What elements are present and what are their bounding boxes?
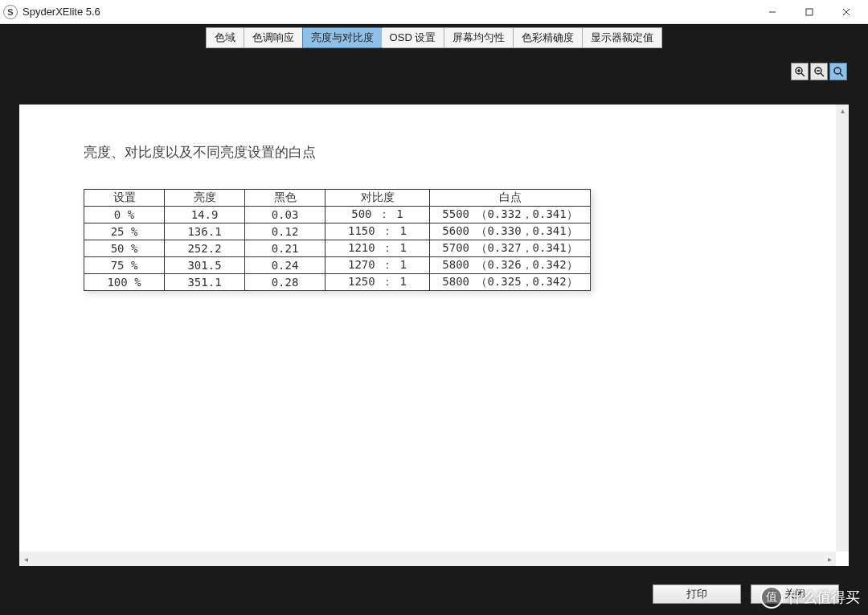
col-black: 黑色 [245, 190, 326, 207]
table-row: 25 % 136.1 0.12 1150 ： 1 5600 （0.330，0.3… [84, 223, 591, 240]
cell-black: 0.03 [245, 207, 326, 223]
page-title: 亮度、对比度以及不同亮度设置的白点 [84, 143, 849, 162]
cell-contrast: 500 ： 1 [326, 207, 430, 223]
scroll-left-icon[interactable]: ◂ [19, 551, 32, 566]
svg-line-12 [840, 73, 843, 76]
vertical-scrollbar[interactable]: ▴ [836, 105, 849, 551]
svg-line-9 [821, 73, 824, 76]
cell-whitepoint: 5800 （0.326，0.342） [430, 257, 591, 274]
cell-setting: 100 % [84, 274, 165, 291]
zoom-in-icon[interactable] [791, 63, 809, 80]
minimize-button[interactable] [754, 0, 791, 24]
tab-osd[interactable]: OSD 设置 [382, 28, 445, 47]
tab-bar: 色域 色调响应 亮度与对比度 OSD 设置 屏幕均匀性 色彩精确度 显示器额定值 [206, 27, 663, 48]
cell-whitepoint: 5500 （0.332，0.341） [430, 207, 591, 223]
brightness-table: 设置 亮度 黑色 对比度 白点 0 % 14.9 0.03 500 ： 1 55… [84, 189, 591, 291]
cell-brightness: 14.9 [165, 207, 245, 223]
window-title: SpyderXElite 5.6 [23, 6, 100, 18]
print-button[interactable]: 打印 [653, 584, 741, 604]
col-contrast: 对比度 [326, 190, 430, 207]
table-row: 0 % 14.9 0.03 500 ： 1 5500 （0.332，0.341） [84, 207, 591, 223]
scroll-up-icon[interactable]: ▴ [836, 105, 849, 116]
watermark: 值 什么值得买 [760, 586, 860, 609]
scroll-right-icon[interactable]: ▸ [823, 551, 836, 566]
table-row: 75 % 301.5 0.24 1270 ： 1 5800 （0.326，0.3… [84, 257, 591, 274]
tab-accuracy[interactable]: 色彩精确度 [514, 28, 583, 47]
svg-rect-1 [806, 9, 813, 15]
maximize-button[interactable] [791, 0, 828, 24]
tab-tone[interactable]: 色调响应 [244, 28, 303, 47]
zoom-toolbar [791, 63, 847, 80]
titlebar: S SpyderXElite 5.6 [0, 0, 868, 24]
cell-whitepoint: 5600 （0.330，0.341） [430, 223, 591, 240]
cell-black: 0.21 [245, 240, 326, 257]
cell-setting: 0 % [84, 207, 165, 223]
report-viewport: 亮度、对比度以及不同亮度设置的白点 设置 亮度 黑色 对比度 白点 0 % 14… [19, 105, 849, 566]
svg-line-5 [801, 73, 805, 76]
col-brightness: 亮度 [165, 190, 245, 207]
tab-brightness[interactable]: 亮度与对比度 [302, 27, 383, 48]
tab-rating[interactable]: 显示器额定值 [583, 28, 661, 47]
cell-setting: 50 % [84, 240, 165, 257]
col-setting: 设置 [84, 190, 165, 207]
tab-gamut[interactable]: 色域 [207, 28, 244, 47]
cell-black: 0.12 [245, 223, 326, 240]
close-button[interactable] [828, 0, 865, 24]
zoom-out-icon[interactable] [810, 63, 828, 80]
cell-brightness: 301.5 [165, 257, 245, 274]
table-row: 100 % 351.1 0.28 1250 ： 1 5800 （0.325，0.… [84, 274, 591, 291]
cell-brightness: 136.1 [165, 223, 245, 240]
cell-brightness: 252.2 [165, 240, 245, 257]
cell-contrast: 1210 ： 1 [326, 240, 430, 257]
app-icon: S [3, 5, 18, 19]
cell-black: 0.24 [245, 257, 326, 274]
cell-black: 0.28 [245, 274, 326, 291]
cell-whitepoint: 5800 （0.325，0.342） [430, 274, 591, 291]
horizontal-scrollbar[interactable]: ◂ ▸ [19, 551, 836, 566]
table-row: 50 % 252.2 0.21 1210 ： 1 5700 （0.327，0.3… [84, 240, 591, 257]
col-whitepoint: 白点 [430, 190, 591, 207]
cell-setting: 25 % [84, 223, 165, 240]
tab-uniformity[interactable]: 屏幕均匀性 [444, 28, 514, 47]
cell-contrast: 1150 ： 1 [326, 223, 430, 240]
watermark-icon: 值 [760, 586, 783, 609]
cell-contrast: 1270 ： 1 [326, 257, 430, 274]
watermark-text: 什么值得买 [788, 588, 860, 607]
cell-contrast: 1250 ： 1 [326, 274, 430, 291]
cell-setting: 75 % [84, 257, 165, 274]
cell-whitepoint: 5700 （0.327，0.341） [430, 240, 591, 257]
svg-point-11 [834, 68, 841, 74]
cell-brightness: 351.1 [165, 274, 245, 291]
zoom-fit-icon[interactable] [829, 63, 847, 80]
table-header-row: 设置 亮度 黑色 对比度 白点 [84, 190, 591, 207]
window-controls [754, 0, 865, 24]
